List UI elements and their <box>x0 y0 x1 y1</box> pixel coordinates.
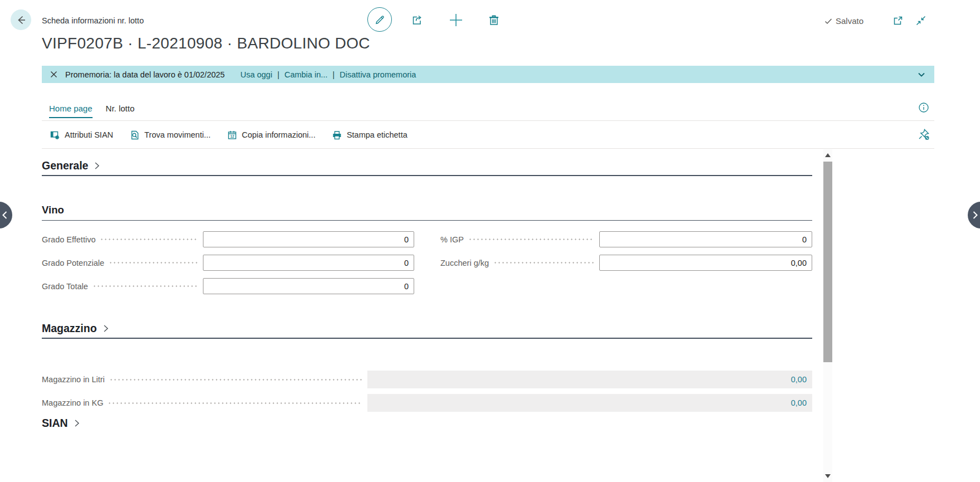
scroll-up-arrow[interactable] <box>825 153 831 157</box>
collapse-arrows-icon <box>915 14 927 27</box>
print-label-icon <box>331 129 343 141</box>
action-label: Stampa etichetta <box>347 130 407 139</box>
scroll-down-arrow[interactable] <box>825 474 831 478</box>
dotted-leader <box>469 238 594 240</box>
info-icon <box>918 101 930 114</box>
section-title: Vino <box>42 204 64 216</box>
field-row: Magazzino in KG 0,00 <box>42 394 812 412</box>
plus-icon <box>448 12 464 28</box>
next-record-button[interactable] <box>968 202 980 228</box>
delete-button[interactable] <box>487 13 501 27</box>
field-label: % IGP <box>440 235 464 244</box>
field-label: Magazzino in Litri <box>42 375 105 384</box>
magazzino-kg-field: 0,00 <box>367 394 812 412</box>
tab-home-page[interactable]: Home page <box>49 104 93 118</box>
back-button[interactable] <box>11 9 31 30</box>
section-header-vino[interactable]: Vino <box>42 204 812 221</box>
tabs-divider <box>42 120 934 121</box>
separator: | <box>277 70 279 79</box>
dotted-leader <box>94 285 197 287</box>
field-row: Magazzino in Litri 0,00 <box>42 371 812 388</box>
change-to-link[interactable]: Cambia in... <box>284 70 327 79</box>
grado-potenziale-input[interactable] <box>203 255 414 271</box>
open-in-new-window-icon <box>892 14 904 27</box>
attributi-sian-action[interactable]: Attributi SIAN <box>49 129 113 141</box>
section-header-generale[interactable]: Generale <box>42 159 812 176</box>
section-title: Magazzino <box>42 322 97 335</box>
trova-movimenti-action[interactable]: Trova movimenti... <box>129 129 211 141</box>
field-label: Zuccheri g/kg <box>440 259 489 267</box>
close-icon[interactable] <box>50 70 59 79</box>
field-row: Grado Totale <box>42 278 414 294</box>
sian-attributes-icon <box>49 129 61 141</box>
field-row: Grado Effettivo <box>42 231 414 247</box>
reminder-notification-bar: Promemoria: la data del lavoro è 01/02/2… <box>42 66 934 83</box>
field-label: Grado Totale <box>42 282 88 291</box>
open-in-new-window-button[interactable] <box>891 14 905 27</box>
separator: | <box>333 70 335 79</box>
unpin-toolbar-button[interactable] <box>916 127 931 142</box>
use-today-link[interactable]: Usa oggi <box>240 70 272 79</box>
field-label: Magazzino in KG <box>42 398 103 407</box>
page-title: VIPF0207B · L-20210908 · BARDOLINO DOC <box>42 35 370 52</box>
section-header-sian[interactable]: SIAN <box>42 417 812 430</box>
share-icon <box>410 13 425 27</box>
dotted-leader <box>109 402 362 404</box>
save-status: Salvato <box>824 16 863 26</box>
save-status-label: Salvato <box>836 16 863 26</box>
section-title: Generale <box>42 159 88 172</box>
toolbar-divider <box>42 148 934 149</box>
page-caption: Scheda informazioni nr. lotto <box>42 16 144 25</box>
disable-reminder-link[interactable]: Disattiva promemoria <box>339 70 416 79</box>
dotted-leader <box>110 379 362 381</box>
field-row: % IGP <box>440 231 812 247</box>
magazzino-litri-value[interactable]: 0,00 <box>791 375 807 384</box>
dotted-leader <box>101 238 197 240</box>
field-row: Grado Potenziale <box>42 255 414 271</box>
magazzino-litri-field: 0,00 <box>367 371 812 388</box>
collapse-window-button[interactable] <box>914 14 928 27</box>
lot-information-card-page: Scheda informazioni nr. lotto VIPF0207B … <box>0 0 980 482</box>
pencil-icon <box>374 14 386 26</box>
notification-message: Promemoria: la data del lavoro è 01/02/2… <box>65 70 225 79</box>
copia-informazioni-action[interactable]: 12 Copia informazioni... <box>226 129 316 141</box>
chevron-left-icon <box>1 211 8 220</box>
dotted-leader <box>110 262 197 264</box>
vertical-scrollbar[interactable] <box>823 149 832 482</box>
action-label: Trova movimenti... <box>144 130 211 139</box>
action-label: Copia informazioni... <box>242 130 316 139</box>
chevron-right-icon <box>101 324 110 333</box>
field-row: Zuccheri g/kg <box>440 255 812 271</box>
tab-nr-lotto[interactable]: Nr. lotto <box>106 104 135 118</box>
stampa-etichetta-action[interactable]: Stampa etichetta <box>331 129 407 141</box>
pin-off-icon <box>917 128 930 141</box>
chevron-down-icon[interactable] <box>916 70 926 80</box>
action-toolbar: Attributi SIAN Trova movimenti... 12 <box>49 126 407 143</box>
chevron-right-icon <box>972 211 979 220</box>
trash-icon <box>487 13 501 27</box>
edit-button[interactable] <box>367 7 392 32</box>
svg-text:12: 12 <box>230 134 235 138</box>
copy-info-calendar-icon: 12 <box>226 129 238 141</box>
section-title: SIAN <box>42 417 68 430</box>
chevron-right-icon <box>72 418 81 428</box>
magazzino-kg-value[interactable]: 0,00 <box>791 398 807 407</box>
share-button[interactable] <box>410 12 425 28</box>
zuccheri-input[interactable] <box>599 255 812 271</box>
new-button[interactable] <box>448 12 464 28</box>
info-button[interactable] <box>918 101 930 114</box>
dotted-leader <box>494 262 594 264</box>
field-label: Grado Potenziale <box>42 259 104 267</box>
find-entries-icon <box>129 129 140 141</box>
grado-totale-input[interactable] <box>203 278 414 294</box>
back-arrow-icon <box>15 14 27 26</box>
field-label: Grado Effettivo <box>42 235 95 244</box>
scrollbar-thumb[interactable] <box>823 162 832 362</box>
grado-effettivo-input[interactable] <box>203 231 414 247</box>
action-label: Attributi SIAN <box>65 130 113 139</box>
menu-tabs: Home page Nr. lotto <box>49 104 134 118</box>
previous-record-button[interactable] <box>0 202 12 228</box>
igp-percent-input[interactable] <box>599 231 812 247</box>
chevron-right-icon <box>93 161 101 171</box>
section-header-magazzino[interactable]: Magazzino <box>42 322 812 339</box>
